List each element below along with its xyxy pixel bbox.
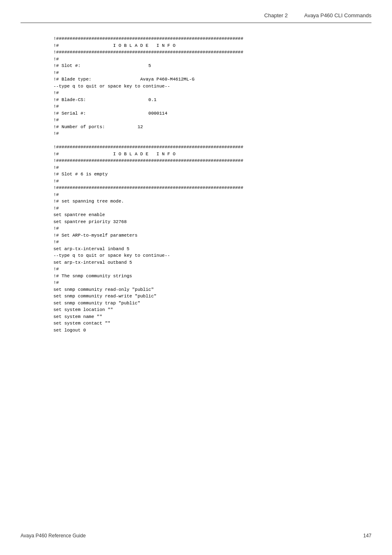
footer-left: Avaya P460 Reference Guide xyxy=(21,533,86,539)
header-chapter-info: Chapter 2 Avaya P460 CLI Commands xyxy=(264,12,371,18)
chapter-label: Chapter 2 xyxy=(264,12,288,18)
page-container: Chapter 2 Avaya P460 CLI Commands !#####… xyxy=(0,0,392,555)
footer-area: Avaya P460 Reference Guide 147 xyxy=(0,533,392,539)
footer-right: 147 xyxy=(363,533,371,539)
header-divider xyxy=(21,23,371,23)
code-block: !#######################################… xyxy=(53,35,339,334)
header-area: Chapter 2 Avaya P460 CLI Commands xyxy=(0,0,392,23)
page-title: Avaya P460 CLI Commands xyxy=(304,12,371,18)
content-area: !#######################################… xyxy=(0,31,392,350)
